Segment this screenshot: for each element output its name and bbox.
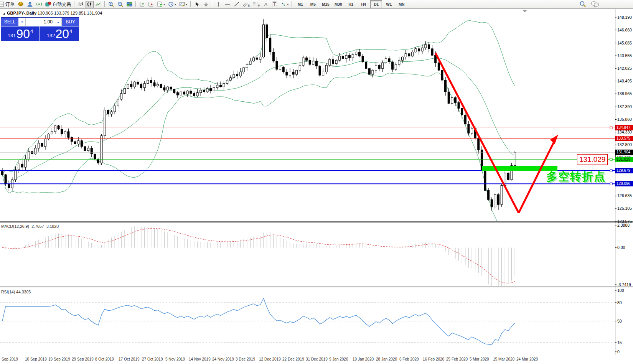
timeframe-D1[interactable]: D1 <box>370 0 382 8</box>
cursor-icon <box>195 2 199 7</box>
date-label: 25 Feb 2020 <box>446 357 468 361</box>
fibonacci-letter: F <box>258 4 260 7</box>
timeframe-M30[interactable]: M30 <box>332 0 344 8</box>
trendline-button[interactable] <box>232 1 241 8</box>
chart-symbol-period: GBPJPY-,Daily <box>7 11 36 15</box>
buy-price-pips: 20 <box>55 28 69 40</box>
price-badge-134.847: 134.847 <box>615 125 633 130</box>
volume-input[interactable] <box>26 18 55 26</box>
dropdown-caret-icon: ▾ <box>186 3 187 6</box>
axis-label: 145.085 <box>617 41 632 45</box>
timeframe-M5[interactable]: M5 <box>307 0 319 8</box>
macd-pane <box>2 226 515 290</box>
date-label: 29 Sep 2019 <box>72 357 94 361</box>
axis-label: 140.495 <box>617 79 632 83</box>
toolbar-separator <box>74 1 75 7</box>
dropdown-caret-icon: ▾ <box>175 3 176 6</box>
rsi-value: 44.3305 <box>16 290 31 294</box>
zoom-out-icon <box>117 2 124 7</box>
main-pane <box>2 19 516 228</box>
templates-button[interactable]: ▾ <box>178 1 188 8</box>
timeframe-M1[interactable]: M1 <box>294 0 306 8</box>
market-watch-button[interactable] <box>16 1 25 8</box>
signals-button[interactable] <box>35 1 43 8</box>
indicators-button[interactable]: ▾ <box>156 1 166 8</box>
candlestick-chart-button[interactable] <box>86 1 94 8</box>
mt4-window: 订单 自动交易 <box>0 0 633 364</box>
toolbar-separator <box>190 1 191 7</box>
date-label: 5 Nov 2019 <box>165 357 185 361</box>
price-badge-131.904: 131.904 <box>615 150 633 155</box>
bar-chart-button[interactable] <box>77 1 85 8</box>
macd-name: MACD(12,26,9) <box>1 224 29 229</box>
chart-window[interactable]: 148.190146.660145.085143.555142.025140.4… <box>0 9 633 364</box>
timeframe-toolbar: M1M5M15M30H1H4D1W1MN <box>294 0 408 8</box>
line-chart-button[interactable] <box>94 1 102 8</box>
bollinger-upper <box>2 20 515 175</box>
arrows-button[interactable]: ▾ <box>279 1 290 8</box>
main-toolbar: 订单 自动交易 <box>0 0 633 9</box>
dropdown-caret-icon: ▾ <box>287 3 288 6</box>
toolbar-separator <box>104 1 105 7</box>
price-annotation-box[interactable]: 131.029 <box>577 154 608 165</box>
new-order-button[interactable]: 订单 <box>0 1 16 8</box>
buy-button[interactable]: BUY <box>62 18 79 26</box>
volume-increase-button[interactable]: ▲ <box>55 18 62 26</box>
auto-trading-icon <box>45 2 51 7</box>
buy-price[interactable]: 132 20 4 <box>40 26 79 41</box>
volume-decrease-button[interactable]: ▼ <box>19 18 26 26</box>
auto-scroll-button[interactable] <box>138 1 146 8</box>
hline-anchor <box>610 127 612 129</box>
axis-label: 2.3888 <box>617 223 630 227</box>
channel-button[interactable]: E <box>241 1 251 8</box>
crosshair-button[interactable] <box>202 1 210 8</box>
auto-trading-button[interactable]: 自动交易 <box>44 1 72 8</box>
vertical-line-button[interactable] <box>214 1 223 8</box>
timeframe-H4[interactable]: H4 <box>358 0 369 8</box>
bar-chart-icon <box>78 2 84 7</box>
sell-price[interactable]: 131 90 4 <box>1 26 40 41</box>
search-icon <box>579 1 586 8</box>
chart-title: ▲ GBPJPY-,Daily 130.965 133.379 129.851 … <box>3 11 102 15</box>
date-label: 12 Dec 2019 <box>259 357 281 361</box>
sell-price-point: 4 <box>30 28 33 34</box>
periods-button[interactable]: ▾ <box>167 1 177 8</box>
axis-label: 0 <box>617 349 620 354</box>
chart-canvas[interactable]: 148.190146.660145.085143.555142.025140.4… <box>0 9 633 364</box>
price-badge-131.029: 131.029 <box>615 157 633 162</box>
hline-anchor <box>610 158 612 161</box>
fibonacci-button[interactable]: F <box>252 1 261 8</box>
zoom-in-icon <box>108 2 114 7</box>
date-label: 19 Sep 2019 <box>48 357 70 361</box>
sell-button[interactable]: SELL <box>1 18 19 26</box>
search-button[interactable] <box>579 1 586 8</box>
macd-signal-line <box>2 228 515 283</box>
accounts-button[interactable] <box>26 1 34 8</box>
red-down-arrow <box>435 53 519 213</box>
sell-price-pips: 90 <box>16 28 30 40</box>
rsi-pane <box>0 298 615 345</box>
timeframe-H1[interactable]: H1 <box>345 0 357 8</box>
hline-anchor <box>610 170 612 172</box>
date-label: 28 Jan 2020 <box>376 357 397 361</box>
cursor-button[interactable] <box>193 1 201 8</box>
text-label-button[interactable]: T <box>270 1 279 8</box>
zoom-in-button[interactable] <box>107 1 115 8</box>
chart-shift-button[interactable] <box>147 1 155 8</box>
timeframe-W1[interactable]: W1 <box>383 0 395 8</box>
tile-windows-button[interactable] <box>125 1 134 8</box>
axis-label: 125.105 <box>617 206 632 211</box>
axis-label: 80 <box>617 300 622 305</box>
macd-main-value: -2.7657 <box>30 224 44 229</box>
chat-button[interactable] <box>591 1 599 8</box>
bollinger-lower <box>2 72 515 228</box>
timeframe-M15[interactable]: M15 <box>320 0 331 8</box>
timeframe-MN[interactable]: MN <box>396 0 407 8</box>
zoom-out-button[interactable] <box>116 1 125 8</box>
turning-point-annotation[interactable]: 多空转折点 <box>546 169 606 184</box>
date-label: 19 Jan 2020 <box>353 357 374 361</box>
red-arrowhead <box>550 135 558 144</box>
rsi-line <box>2 298 515 345</box>
text-button[interactable]: A <box>262 1 270 8</box>
horizontal-line-button[interactable] <box>223 1 232 8</box>
